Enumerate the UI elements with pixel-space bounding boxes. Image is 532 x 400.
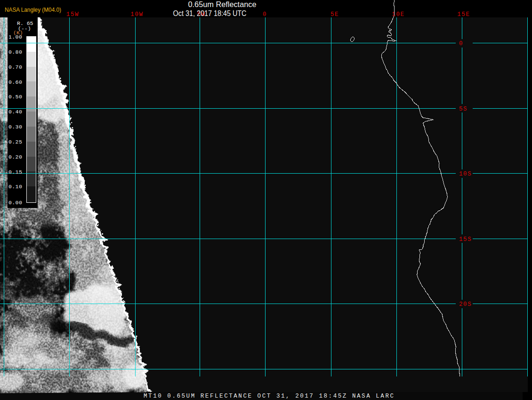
svg-text:0.10: 0.10 <box>8 184 22 190</box>
svg-text:5S: 5S <box>459 106 468 112</box>
svg-text:0: 0 <box>263 11 267 18</box>
svg-text:0.70: 0.70 <box>8 64 22 70</box>
svg-text:15S: 15S <box>459 236 472 243</box>
svg-text:1.00: 1.00 <box>8 34 22 40</box>
svg-text:0.65um Reflectance: 0.65um Reflectance <box>188 0 257 8</box>
svg-text:0.00: 0.00 <box>8 200 22 206</box>
svg-text:15W: 15W <box>66 11 79 18</box>
svg-text:0.25: 0.25 <box>8 139 22 145</box>
svg-text:5E: 5E <box>330 11 339 18</box>
svg-text:10W: 10W <box>130 11 143 18</box>
svg-text:0: 0 <box>459 40 463 47</box>
svg-text:0.60: 0.60 <box>8 79 22 85</box>
svg-text:0.80: 0.80 <box>8 49 22 55</box>
svg-text:0.40: 0.40 <box>8 109 22 115</box>
svg-text:10S: 10S <box>459 171 472 177</box>
svg-text:Oct 31, 2017 18:45 UTC: Oct 31, 2017 18:45 UTC <box>173 9 247 17</box>
svg-text:20S: 20S <box>459 301 472 308</box>
svg-text:0.15: 0.15 <box>8 169 22 175</box>
svg-text:NASA Langley (M04.0): NASA Langley (M04.0) <box>5 6 61 13</box>
svg-text:10E: 10E <box>392 11 404 18</box>
svg-text:0.50: 0.50 <box>8 94 22 100</box>
svg-text:15E: 15E <box>457 11 470 18</box>
svg-text:0.20: 0.20 <box>8 154 22 160</box>
svg-text:0.30: 0.30 <box>8 124 22 130</box>
